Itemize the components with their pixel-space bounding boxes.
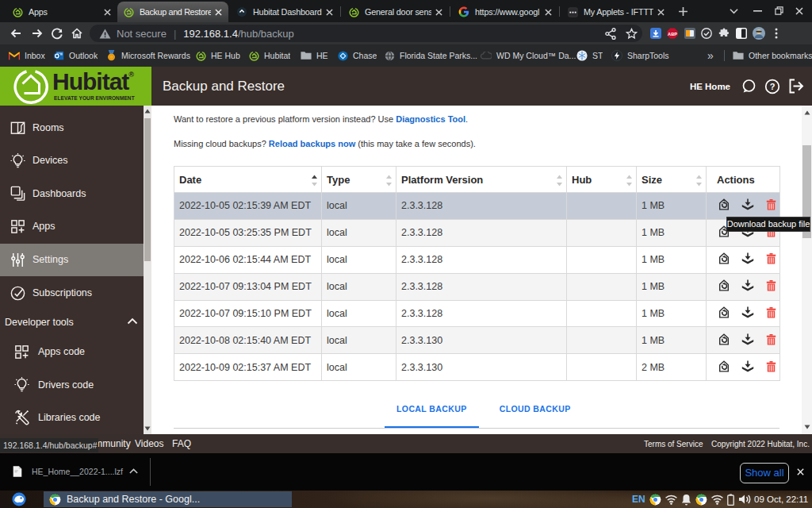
svg-text:?: ?: [770, 82, 776, 91]
svg-text:ABP: ABP: [668, 32, 677, 37]
